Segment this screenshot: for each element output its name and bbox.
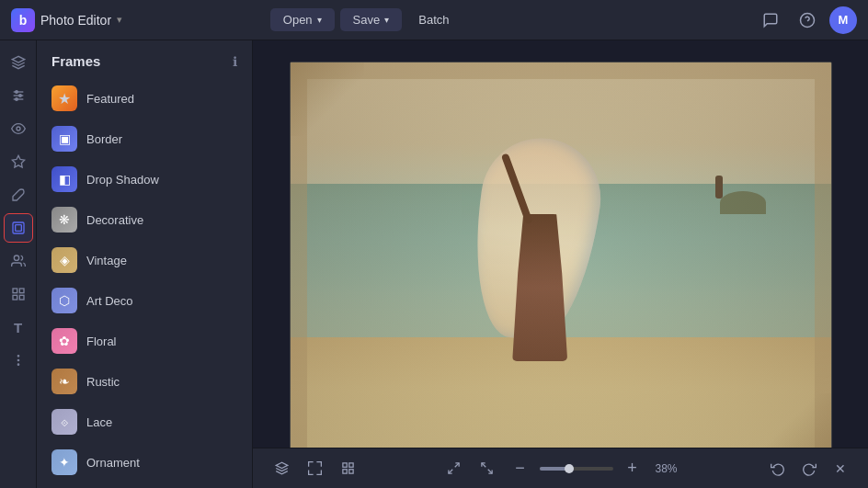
- floral-icon: ✿: [51, 328, 77, 354]
- surfer-image: [291, 62, 831, 467]
- dropshadow-label: Drop Shadow: [86, 173, 159, 187]
- undo-button[interactable]: [765, 456, 791, 482]
- vintage-label: Vintage: [86, 254, 127, 267]
- export-button[interactable]: [301, 455, 328, 482]
- save-button[interactable]: Save ▾: [340, 8, 403, 31]
- lace-icon: ⟐: [51, 409, 77, 435]
- icon-bar: T: [0, 40, 37, 488]
- sidebar-item-decorative[interactable]: ❋ Decorative: [37, 199, 252, 240]
- vintage-icon: ◈: [51, 247, 77, 273]
- sidebar-item-featured[interactable]: ★ Featured: [37, 78, 252, 119]
- iconbar-layers[interactable]: [4, 48, 33, 77]
- sidebar-item-dropshadow[interactable]: ◧ Drop Shadow: [37, 159, 252, 199]
- fit-to-screen-button[interactable]: [440, 455, 468, 482]
- iconbar-people[interactable]: [4, 246, 33, 276]
- redo-button[interactable]: [796, 456, 822, 482]
- dropshadow-icon: ◧: [51, 166, 77, 192]
- svg-rect-11: [15, 225, 21, 232]
- svg-marker-20: [276, 462, 288, 468]
- batch-button[interactable]: Batch: [407, 8, 460, 31]
- zoom-slider-thumb: [565, 464, 574, 473]
- user-avatar[interactable]: M: [829, 6, 857, 34]
- border-icon: ▣: [51, 126, 77, 152]
- border-label: Border: [86, 132, 122, 146]
- frame-corner-tl: [291, 62, 364, 136]
- toolbar-center: − + 38%: [440, 455, 681, 482]
- svg-rect-13: [13, 289, 17, 293]
- sidebar-title: Frames: [51, 53, 100, 69]
- grid-view-button[interactable]: [334, 455, 361, 482]
- sidebar: Frames ℹ ★ Featured ▣ Border ◧ Drop Shad…: [37, 40, 253, 488]
- zoom-out-button[interactable]: −: [507, 455, 534, 482]
- close-button[interactable]: ✕: [828, 456, 853, 482]
- svg-rect-23: [342, 470, 346, 473]
- artdeco-label: Art Deco: [86, 294, 133, 308]
- featured-label: Featured: [86, 92, 134, 106]
- svg-point-19: [17, 364, 18, 365]
- sidebar-item-border[interactable]: ▣ Border: [37, 119, 252, 159]
- help-button[interactable]: [793, 6, 822, 35]
- iconbar-more[interactable]: [4, 346, 33, 375]
- svg-line-27: [482, 463, 485, 467]
- canvas-area: − + 38%: [253, 40, 868, 488]
- svg-line-28: [488, 470, 492, 473]
- toolbar-left: [268, 455, 361, 482]
- app-logo: b: [11, 8, 35, 32]
- zoom-slider[interactable]: [540, 467, 613, 471]
- svg-rect-15: [13, 295, 17, 300]
- info-icon[interactable]: ℹ: [233, 54, 237, 69]
- header-right: M: [756, 6, 857, 35]
- zoom-in-button[interactable]: +: [619, 455, 646, 482]
- ornament-label: Ornament: [86, 456, 140, 470]
- svg-line-25: [455, 463, 459, 467]
- rustic-icon: ❧: [51, 369, 77, 394]
- svg-rect-10: [13, 222, 24, 233]
- iconbar-frames[interactable]: [4, 213, 33, 243]
- svg-marker-2: [12, 56, 24, 62]
- iconbar-grid[interactable]: [4, 279, 33, 309]
- frame-overlay: [291, 62, 831, 467]
- sidebar-item-handdrawn[interactable]: ✎ Hand Drawn: [37, 482, 252, 488]
- decorative-label: Decorative: [86, 213, 143, 227]
- svg-point-6: [15, 91, 17, 94]
- fill-screen-button[interactable]: [474, 455, 501, 482]
- svg-point-18: [17, 359, 18, 360]
- iconbar-effects[interactable]: [4, 147, 33, 176]
- sidebar-item-vintage[interactable]: ◈ Vintage: [37, 240, 252, 280]
- svg-point-7: [18, 95, 21, 97]
- svg-rect-14: [19, 289, 24, 293]
- sidebar-item-ornament[interactable]: ✦ Ornament: [37, 442, 252, 482]
- ornament-icon: ✦: [51, 449, 77, 475]
- iconbar-text[interactable]: T: [4, 312, 33, 342]
- header: b Photo Editor ▾ Open ▾ Save ▾ Batch: [0, 0, 868, 40]
- open-button[interactable]: Open ▾: [270, 8, 335, 31]
- zoom-label: 38%: [652, 462, 681, 475]
- app-title: Photo Editor: [40, 13, 111, 28]
- iconbar-eye[interactable]: [4, 114, 33, 143]
- sidebar-header: Frames ℹ: [37, 40, 252, 78]
- decorative-icon: ❋: [51, 207, 77, 233]
- svg-rect-21: [342, 463, 346, 467]
- svg-rect-22: [348, 463, 352, 467]
- svg-point-9: [17, 127, 20, 131]
- iconbar-brush[interactable]: [4, 180, 33, 210]
- sidebar-item-rustic[interactable]: ❧ Rustic: [37, 361, 252, 402]
- sidebar-item-artdeco[interactable]: ⬡ Art Deco: [37, 280, 252, 321]
- featured-icon: ★: [51, 85, 77, 111]
- main-body: T Frames ℹ ★ Featured ▣ Border ◧ Drop Sh…: [0, 40, 868, 488]
- canvas-image[interactable]: [290, 62, 832, 468]
- rustic-label: Rustic: [86, 375, 120, 389]
- sidebar-item-lace[interactable]: ⟐ Lace: [37, 402, 252, 442]
- svg-rect-24: [348, 470, 352, 473]
- floral-label: Floral: [86, 335, 117, 348]
- iconbar-adjust[interactable]: [4, 81, 33, 110]
- app-title-chevron[interactable]: ▾: [117, 14, 122, 26]
- bottom-toolbar: − + 38%: [253, 448, 868, 488]
- header-center: Open ▾ Save ▾ Batch: [270, 8, 461, 31]
- lace-label: Lace: [86, 415, 112, 429]
- layers-toggle-button[interactable]: [268, 455, 295, 482]
- svg-point-8: [15, 98, 17, 101]
- sidebar-item-floral[interactable]: ✿ Floral: [37, 321, 252, 361]
- comment-button[interactable]: [756, 6, 785, 35]
- toolbar-right: ✕: [765, 456, 853, 482]
